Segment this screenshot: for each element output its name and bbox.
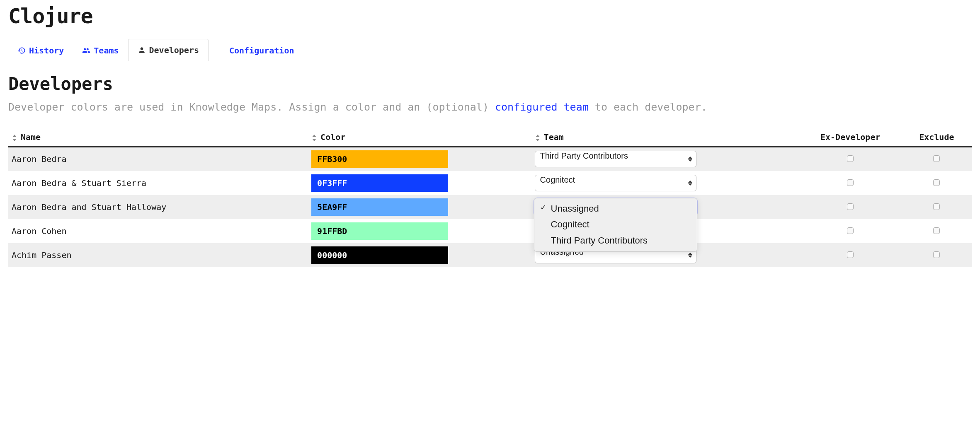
ex-developer-checkbox[interactable]: [847, 251, 854, 258]
color-input[interactable]: [311, 174, 448, 192]
ex-developer-checkbox[interactable]: [847, 227, 854, 234]
exclude-checkbox[interactable]: [933, 227, 940, 234]
developer-name: Aaron Cohen: [8, 219, 308, 243]
team-select[interactable]: Third Party Contributors: [535, 151, 696, 167]
team-select[interactable]: Cognitect: [535, 175, 696, 191]
color-input[interactable]: [311, 198, 448, 216]
developer-name: Aaron Bedra: [8, 147, 308, 171]
tab-label: History: [29, 46, 64, 55]
exclude-checkbox[interactable]: [933, 251, 940, 258]
column-header-color[interactable]: Color: [308, 128, 531, 147]
column-header-ex-developer[interactable]: Ex-Developer: [799, 128, 902, 147]
table-row: Achim PassenUnassigned: [8, 243, 972, 267]
page-title: Clojure: [8, 4, 972, 28]
exclude-checkbox[interactable]: [933, 179, 940, 186]
color-input[interactable]: [311, 150, 448, 168]
tab-configuration[interactable]: Configuration: [209, 40, 303, 61]
ex-developer-checkbox[interactable]: [847, 179, 854, 186]
column-header-name[interactable]: Name: [8, 128, 308, 147]
table-row: Aaron Cohen: [8, 219, 972, 243]
team-dropdown-menu[interactable]: UnassignedCognitectThird Party Contribut…: [534, 198, 697, 252]
column-header-exclude[interactable]: Exclude: [902, 128, 972, 147]
tab-teams[interactable]: Teams: [73, 40, 128, 61]
sort-icon: [12, 134, 17, 142]
team-dropdown-option[interactable]: Cognitect: [534, 217, 697, 233]
developers-table: Name Color Team Ex-Developer Exclude Aar…: [8, 128, 972, 267]
tab-developers[interactable]: Developers: [128, 39, 209, 61]
sort-icon: [535, 134, 541, 142]
column-header-team[interactable]: Team: [531, 128, 799, 147]
section-title: Developers: [8, 74, 972, 94]
developer-name: Achim Passen: [8, 243, 308, 267]
tab-label: Configuration: [229, 46, 294, 55]
tab-bar: History Teams Developers Configuration: [8, 39, 972, 61]
exclude-checkbox[interactable]: [933, 203, 940, 210]
ex-developer-checkbox[interactable]: [847, 203, 854, 210]
tab-label: Developers: [149, 45, 199, 55]
color-input[interactable]: [311, 222, 448, 240]
table-row: Aaron BedraThird Party Contributors: [8, 147, 972, 171]
table-row: Aaron Bedra & Stuart SierraCognitect: [8, 171, 972, 195]
ex-developer-checkbox[interactable]: [847, 155, 854, 162]
sort-icon: [311, 134, 317, 142]
users-icon: [82, 46, 90, 55]
user-icon: [138, 46, 146, 54]
team-dropdown-option[interactable]: Third Party Contributors: [534, 233, 697, 249]
color-input[interactable]: [311, 246, 448, 264]
tab-history[interactable]: History: [8, 40, 73, 61]
cogs-icon: [218, 46, 226, 55]
configured-team-link[interactable]: configured team: [495, 101, 589, 113]
history-icon: [17, 46, 26, 55]
team-dropdown-option[interactable]: Unassigned: [534, 201, 697, 217]
developer-name: Aaron Bedra and Stuart Halloway: [8, 195, 308, 219]
section-description: Developer colors are used in Knowledge M…: [8, 99, 972, 116]
table-row: Aaron Bedra and Stuart HallowayUnassigne…: [8, 195, 972, 219]
developer-name: Aaron Bedra & Stuart Sierra: [8, 171, 308, 195]
exclude-checkbox[interactable]: [933, 155, 940, 162]
tab-label: Teams: [94, 46, 119, 55]
